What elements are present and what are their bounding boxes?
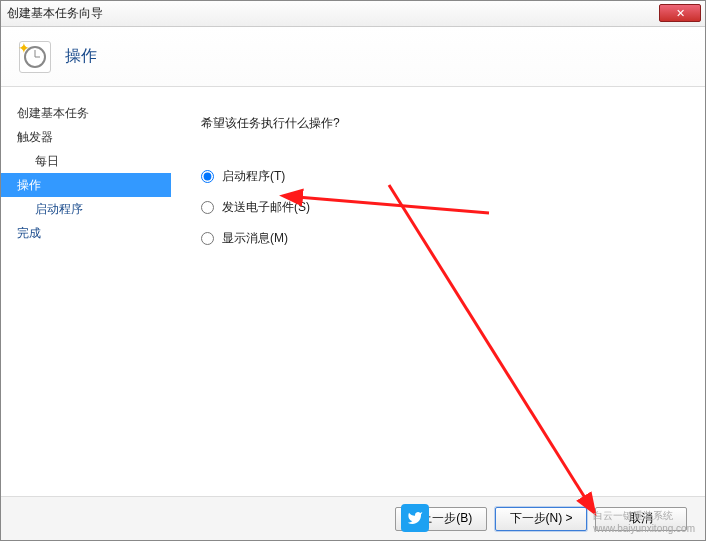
watermark-line2: www.baiyunxitong.com — [593, 523, 695, 534]
wizard-window: 创建基本任务向导 ✕ ✦ 操作 创建基本任务 触发器 每日 操作 启动程序 完成… — [0, 0, 706, 541]
radio-show-message-input[interactable] — [201, 232, 214, 245]
sidebar-item-action[interactable]: 操作 — [1, 173, 171, 197]
radio-show-message[interactable]: 显示消息(M) — [201, 230, 685, 247]
radio-send-email[interactable]: 发送电子邮件(S) — [201, 199, 685, 216]
titlebar: 创建基本任务向导 ✕ — [1, 1, 705, 27]
clock-icon — [24, 46, 46, 68]
close-button[interactable]: ✕ — [659, 4, 701, 22]
sidebar: 创建基本任务 触发器 每日 操作 启动程序 完成 — [1, 87, 171, 497]
watermark: 白云一键重装系统 www.baiyunxitong.com — [593, 509, 695, 534]
content-area: 希望该任务执行什么操作? 启动程序(T) 发送电子邮件(S) 显示消息(M) — [171, 87, 705, 497]
brand-badge-icon — [401, 504, 429, 532]
sidebar-item-start-program[interactable]: 启动程序 — [1, 197, 171, 221]
radio-send-email-label: 发送电子邮件(S) — [222, 199, 310, 216]
close-icon: ✕ — [676, 7, 685, 20]
window-title: 创建基本任务向导 — [7, 5, 103, 22]
sidebar-item-create-task[interactable]: 创建基本任务 — [1, 101, 171, 125]
next-button[interactable]: 下一步(N) > — [495, 507, 587, 531]
sidebar-item-trigger[interactable]: 触发器 — [1, 125, 171, 149]
radio-start-program-label: 启动程序(T) — [222, 168, 285, 185]
radio-start-program[interactable]: 启动程序(T) — [201, 168, 685, 185]
radio-show-message-label: 显示消息(M) — [222, 230, 288, 247]
prompt-text: 希望该任务执行什么操作? — [201, 115, 685, 132]
body-area: 创建基本任务 触发器 每日 操作 启动程序 完成 希望该任务执行什么操作? 启动… — [1, 87, 705, 497]
page-title: 操作 — [65, 46, 97, 67]
scheduler-icon: ✦ — [19, 41, 51, 73]
radio-send-email-input[interactable] — [201, 201, 214, 214]
sidebar-item-daily[interactable]: 每日 — [1, 149, 171, 173]
watermark-line1: 白云一键重装系统 — [593, 509, 695, 523]
radio-start-program-input[interactable] — [201, 170, 214, 183]
sidebar-item-finish[interactable]: 完成 — [1, 221, 171, 245]
header-band: ✦ 操作 — [1, 27, 705, 87]
